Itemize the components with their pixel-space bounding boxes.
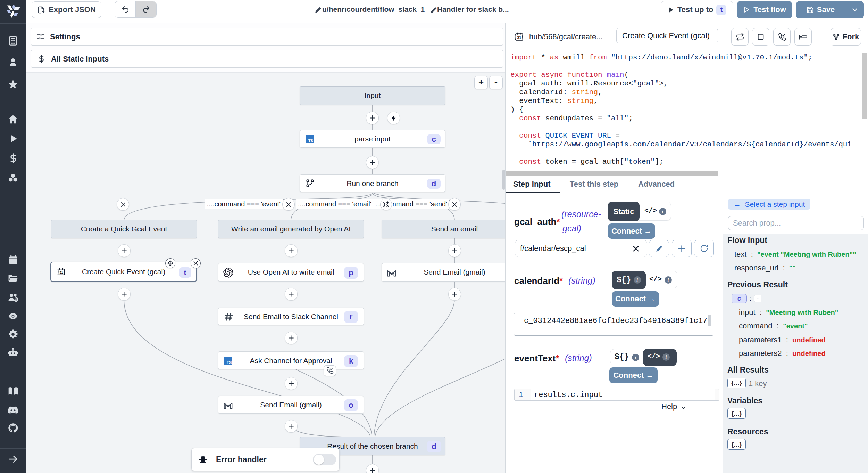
svg-text:31: 31	[517, 36, 521, 40]
